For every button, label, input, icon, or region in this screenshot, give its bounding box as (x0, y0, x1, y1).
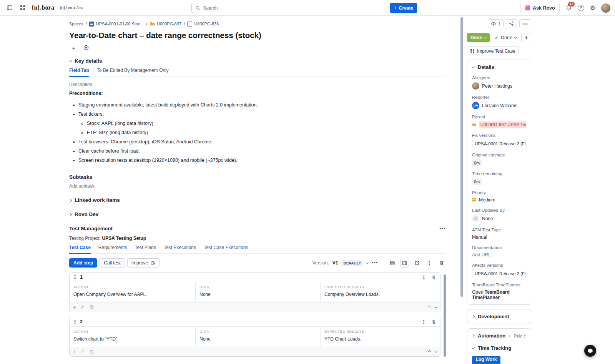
sidebar-toggle-icon[interactable] (5, 3, 14, 12)
panel-more-button[interactable]: ••• (519, 19, 531, 28)
open-in-new-button[interactable] (412, 259, 421, 268)
call-step-icon[interactable] (80, 349, 85, 354)
automation-quick-button[interactable] (521, 33, 531, 42)
breadcrumb: Spaces / UPSA-0001-01-00 Stoc... / U000P… (69, 21, 446, 27)
parent-link[interactable]: U000PG-697 UPSA Test Cas (479, 121, 526, 128)
search-input[interactable] (203, 5, 384, 11)
estimate-chip[interactable]: 0m (472, 160, 482, 166)
user-avatar[interactable] (601, 3, 610, 13)
data-cell[interactable]: Data None (195, 327, 320, 347)
trash-icon[interactable] (431, 275, 436, 280)
automation-header[interactable]: Automation Rule executions (472, 333, 526, 339)
action-cell[interactable]: Action Switch chart to “YTD” (70, 327, 195, 347)
configure-button[interactable] (81, 43, 91, 52)
chevron-down-icon[interactable] (366, 261, 368, 263)
tab-test-case-executions[interactable]: Test Case Executions (204, 245, 248, 253)
tab-test-plans[interactable]: Test Plans (135, 245, 156, 253)
more-actions-button[interactable]: ••• (439, 226, 446, 231)
app-switcher-icon[interactable] (18, 3, 27, 12)
call-test-button[interactable]: Call test (100, 258, 125, 268)
steps-scrollbar[interactable] (444, 274, 446, 357)
notifications-button[interactable]: 9+ (565, 5, 572, 11)
details-header[interactable]: Details (472, 64, 526, 70)
tab-field-tab[interactable]: Field Tab (69, 68, 89, 76)
status-dropdown[interactable]: Done (467, 33, 490, 42)
notification-badge: 9+ (568, 2, 575, 7)
add-subtask-button[interactable]: Add subtask (69, 183, 446, 189)
activity-timeline-floating-button[interactable] (584, 345, 596, 357)
list-item: Test tickers: Stock: AAPL (long data his… (78, 111, 446, 136)
add-url-button[interactable]: Add URL (472, 252, 491, 258)
teamboard-open-link[interactable]: Open TeamBoard TimePlanner (472, 289, 526, 300)
page-scrollbar-track (457, 16, 467, 364)
rovo-dev-header[interactable]: Rovo Dev (69, 211, 446, 217)
drag-handle-icon[interactable] (73, 319, 76, 324)
breadcrumb-spaces[interactable]: Spaces (69, 22, 83, 26)
columns-view-button[interactable] (400, 259, 409, 268)
add-button[interactable]: + (69, 43, 78, 52)
move-step-icon[interactable] (421, 275, 426, 280)
linked-work-items-header[interactable]: Linked work items (69, 197, 446, 203)
history-icon (150, 261, 155, 266)
list-item: Clear cache before first load. (78, 148, 446, 154)
breadcrumb-space[interactable]: UPSA-0001-01-00 Stoc... (89, 22, 144, 27)
improve-test-case-button[interactable]: Improve Test Case (467, 47, 519, 55)
tab-test-executions[interactable]: Test Executions (164, 245, 196, 253)
tab-management-only[interactable]: To Be Edited By Management Only (97, 68, 169, 76)
settings-button[interactable]: ⚙ (590, 5, 595, 11)
copy-step-icon[interactable] (89, 305, 94, 309)
improve-button[interactable]: Improve (127, 258, 160, 268)
expected-results-cell[interactable]: Expected Results YTD Chart Loads. (320, 327, 440, 347)
expected-results-cell[interactable]: Expected Results Company Overview Loads. (320, 282, 440, 302)
watchers-button[interactable]: 1 (488, 19, 504, 28)
global-search[interactable] (191, 3, 388, 13)
version-chip[interactable]: UPSA-0001 Release 2 (Fi... (472, 140, 526, 147)
version-chip[interactable]: UPSA-0001 Release 2 (Fi... (472, 270, 526, 277)
development-header[interactable]: Development (472, 314, 526, 319)
page-scrollbar[interactable] (460, 17, 463, 297)
avatar (472, 82, 479, 90)
delete-button[interactable] (437, 259, 446, 268)
tab-requirements[interactable]: Requirements (98, 245, 127, 253)
issue-main-content: Spaces / UPSA-0001-01-00 Stoc... / U000P… (0, 16, 457, 364)
chevron-down-icon (472, 346, 475, 349)
rows-view-button[interactable] (388, 259, 397, 268)
brand-logo[interactable]: {n}.bora (32, 4, 54, 11)
move-up-icon[interactable] (428, 306, 430, 308)
folder-icon (472, 122, 476, 127)
chevron-right-icon (472, 334, 475, 337)
move-step-icon[interactable] (421, 319, 426, 324)
create-button[interactable]: + Create (390, 3, 417, 13)
add-step-inline-button[interactable]: + (73, 304, 76, 310)
chevron-right-icon (472, 315, 475, 318)
move-down-icon[interactable] (435, 350, 437, 352)
help-button[interactable]: ? (578, 5, 584, 11)
drag-handle-icon[interactable] (73, 275, 76, 279)
field-original-estimate: Original estimate 0m (472, 153, 526, 166)
share-button[interactable] (506, 19, 517, 28)
expand-vertical-button[interactable] (425, 259, 434, 268)
description-label: Description (69, 82, 446, 87)
add-step-inline-button[interactable]: + (73, 349, 76, 355)
add-step-button[interactable]: Add step (69, 258, 97, 268)
time-tracking-header[interactable]: Time Tracking (472, 345, 526, 351)
ask-rovo-button[interactable]: Ask Rovo (520, 3, 560, 13)
rule-executions-label[interactable]: Rule executions (514, 334, 526, 338)
data-cell[interactable]: Data None (195, 282, 320, 302)
tab-test-case[interactable]: Test Case (69, 245, 91, 253)
call-step-icon[interactable] (80, 305, 85, 309)
trash-icon[interactable] (431, 319, 436, 324)
breadcrumb-folder[interactable]: U000PG-697 (150, 21, 181, 27)
move-up-icon[interactable] (428, 351, 430, 353)
move-down-icon[interactable] (435, 305, 437, 307)
secondary-status-dropdown[interactable]: ✓ Done (495, 35, 517, 41)
step-number: 2 (80, 319, 83, 324)
time-chip[interactable]: 0m (472, 178, 482, 185)
version-more-button[interactable]: ••• (372, 260, 378, 266)
log-work-button[interactable]: Log Work (472, 356, 500, 364)
default-badge: DEFAULT (341, 260, 363, 266)
action-cell[interactable]: Action Open Company Overview for AAPL. (70, 282, 195, 302)
breadcrumb-item[interactable]: U000PG-836 (187, 22, 219, 27)
copy-step-icon[interactable] (89, 349, 94, 354)
key-details-header[interactable]: Key details (69, 58, 446, 64)
